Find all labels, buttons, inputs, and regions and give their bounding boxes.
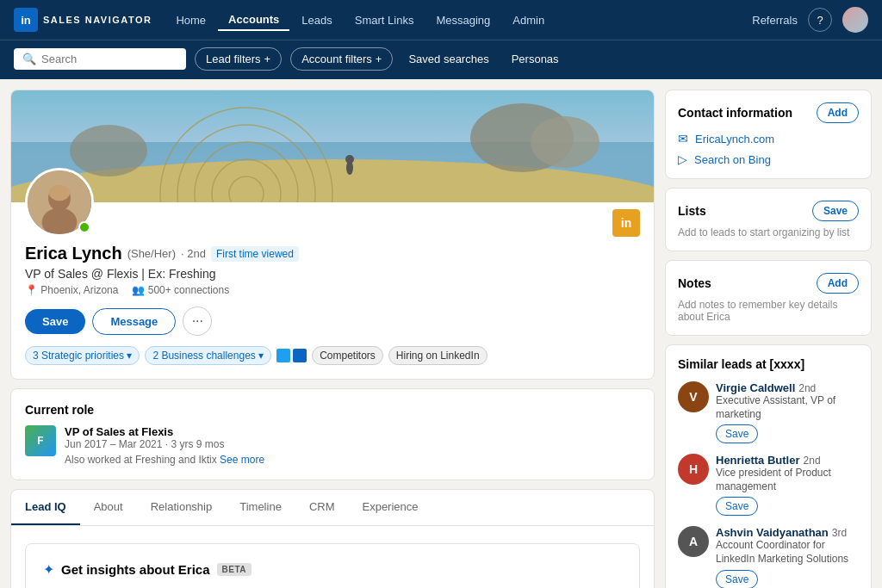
see-more-link[interactable]: See more [220, 454, 264, 466]
main-content: in Erica Lynch (She/Her) · 2nd First tim… [0, 79, 882, 588]
brand-name: SALES NAVIGATOR [43, 15, 152, 25]
plus-icon: + [264, 53, 271, 65]
lead-avatar-0[interactable]: V [678, 381, 709, 412]
competitors-tag: Competitors [312, 346, 383, 365]
tab-relationship[interactable]: Relationship [137, 490, 227, 525]
lead-info-0: Virgie Caldwell 2nd Executive Assistant,… [716, 381, 859, 443]
add-note-button[interactable]: Add [817, 273, 859, 294]
tabs-container: Lead IQ About Relationship Timeline CRM … [10, 489, 655, 588]
tab-content-lead-iq: ✦ Get insights about Erica BETA View per… [11, 526, 654, 588]
similar-leads-card: Similar leads at [xxxx] V Virgie Caldwel… [665, 344, 872, 588]
nav-right: Referrals ? [752, 7, 868, 33]
add-contact-button[interactable]: Add [817, 102, 859, 123]
lead-info-1: Henrietta Butler 2nd Vice president of P… [716, 454, 859, 516]
save-lead-1-button[interactable]: Save [716, 497, 758, 516]
lead-name-1[interactable]: Henrietta Butler [716, 454, 800, 467]
website-link[interactable]: ✉ EricaLynch.com [678, 132, 859, 145]
company-logo-tag [276, 349, 307, 362]
nav-links: Home Accounts Leads Smart Links Messagin… [165, 9, 555, 31]
account-filters-button[interactable]: Account filters + [290, 47, 393, 71]
svg-point-16 [49, 185, 70, 201]
message-button[interactable]: Message [92, 308, 176, 335]
lead-iq-icon: ✦ [43, 561, 54, 578]
lead-iq-panel: ✦ Get insights about Erica BETA View per… [25, 543, 640, 588]
website-icon: ✉ [678, 132, 688, 145]
save-lead-2-button[interactable]: Save [716, 570, 758, 588]
similar-lead-item: H Henrietta Butler 2nd Vice president of… [678, 454, 859, 516]
top-navigation: in SALES NAVIGATOR Home Accounts Leads S… [0, 0, 882, 40]
bing-icon: ▷ [678, 152, 687, 166]
search-input[interactable] [41, 53, 177, 65]
tab-crm[interactable]: CRM [295, 490, 349, 525]
profile-area: in Erica Lynch (She/Her) · 2nd First tim… [10, 90, 655, 588]
profile-connections: 👥 500+ connections [132, 284, 229, 296]
nav-link-admin[interactable]: Admin [502, 10, 555, 30]
user-avatar[interactable] [842, 7, 868, 33]
save-list-button[interactable]: Save [812, 201, 859, 221]
profile-location: 📍 Phoenix, Arizona [25, 284, 118, 296]
role-item: F VP of Sales at Flexis Jun 2017 – Mar 2… [25, 425, 640, 466]
right-sidebar: Contact information Add ✉ EricaLynch.com… [665, 90, 872, 588]
tab-timeline[interactable]: Timeline [226, 490, 295, 525]
profile-card: in Erica Lynch (She/Her) · 2nd First tim… [10, 90, 655, 380]
personas-link[interactable]: Personas [505, 49, 566, 69]
tabs-list: Lead IQ About Relationship Timeline CRM … [11, 490, 654, 526]
save-button[interactable]: Save [25, 309, 85, 334]
svg-point-12 [345, 155, 354, 164]
first-time-viewed-badge: First time viewed [211, 246, 299, 262]
profile-degree: · 2nd [181, 247, 206, 260]
hiring-tag: Hiring on LinkedIn [388, 346, 488, 365]
filter-bar: 🔍 Lead filters + Account filters + Saved… [0, 40, 882, 79]
lead-title-1: Vice president of Product management [716, 467, 859, 493]
lead-avatar-1[interactable]: H [678, 454, 709, 485]
lead-name-2[interactable]: Ashvin Vaidyanathan [716, 526, 829, 539]
nav-link-leads[interactable]: Leads [291, 10, 342, 30]
logo-icon: in [14, 8, 38, 32]
profile-title: VP of Sales @ Flexis | Ex: Freshing [25, 267, 640, 281]
lists-card: Lists Save Add to leads to start organiz… [665, 188, 872, 251]
notes-subtext: Add notes to remember key details about … [678, 299, 859, 323]
lead-degree-0: 2nd [798, 382, 816, 394]
tab-about[interactable]: About [80, 490, 137, 525]
help-button[interactable]: ? [808, 8, 832, 32]
nav-link-smartlinks[interactable]: Smart Links [345, 10, 425, 30]
company-logo: F [25, 425, 56, 456]
svg-point-15 [42, 207, 78, 236]
role-also: Also worked at Freshing and Iktix See mo… [65, 454, 264, 466]
role-details: VP of Sales at Flexis Jun 2017 – Mar 202… [65, 425, 264, 466]
contact-info-title: Contact information [678, 106, 792, 120]
lead-avatar-2[interactable]: A [678, 526, 709, 557]
lead-filters-button[interactable]: Lead filters + [195, 47, 282, 71]
similar-lead-item: A Ashvin Vaidyanathan 3rd Account Coordi… [678, 526, 859, 588]
tab-experience[interactable]: Experience [348, 490, 432, 525]
tab-lead-iq[interactable]: Lead IQ [11, 490, 80, 525]
search-box[interactable]: 🔍 [14, 48, 186, 70]
current-role-card: Current role F VP of Sales at Flexis Jun… [10, 388, 655, 480]
business-challenges-tag[interactable]: 2 Business challenges ▾ [145, 346, 271, 365]
notes-card: Notes Add Add notes to remember key deta… [665, 260, 872, 336]
nav-link-home[interactable]: Home [165, 10, 216, 30]
lead-name-0[interactable]: Virgie Caldwell [716, 381, 795, 394]
referrals-link[interactable]: Referrals [752, 14, 798, 27]
lead-degree-2: 3rd [832, 527, 847, 539]
plus-icon-2: + [376, 53, 382, 65]
profile-name-row: Erica Lynch (She/Her) · 2nd First time v… [25, 244, 640, 263]
lists-subtext: Add to leads to start organizing by list [678, 226, 859, 238]
logo[interactable]: in SALES NAVIGATOR [14, 8, 152, 32]
save-lead-0-button[interactable]: Save [716, 424, 758, 443]
strategic-priorities-tag[interactable]: 3 Strategic priorities ▾ [25, 346, 140, 365]
bing-search-link[interactable]: ▷ Search on Bing [678, 152, 859, 166]
lead-title-2: Account Coordinator for LinkedIn Marketi… [716, 539, 859, 566]
profile-pronouns: (She/Her) [127, 247, 176, 260]
linkedin-badge[interactable]: in [612, 209, 640, 237]
lead-info-2: Ashvin Vaidyanathan 3rd Account Coordina… [716, 526, 859, 588]
cover-photo [11, 90, 654, 202]
nav-link-messaging[interactable]: Messaging [425, 10, 500, 30]
more-options-button[interactable]: ··· [183, 306, 212, 336]
current-role-heading: Current role [25, 403, 640, 417]
nav-link-accounts[interactable]: Accounts [218, 9, 289, 31]
lead-iq-title: Get insights about Erica [61, 562, 210, 577]
online-indicator [78, 221, 90, 233]
saved-searches-link[interactable]: Saved searches [401, 49, 495, 69]
contact-links: ✉ EricaLynch.com ▷ Search on Bing [678, 132, 859, 166]
